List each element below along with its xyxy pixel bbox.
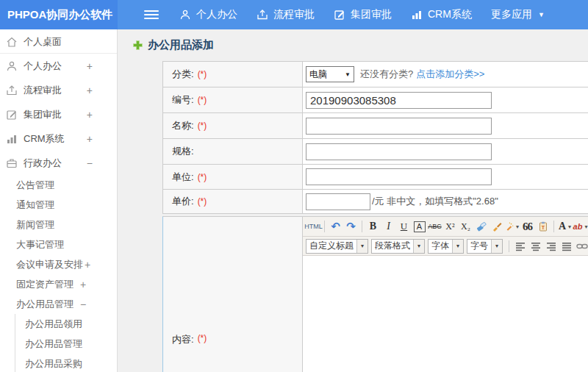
caret-down-icon: ▾ [452,240,463,253]
background-color-button[interactable]: ab ▾ [573,219,587,234]
required-mark: (*) [198,121,207,131]
required-mark: (*) [198,172,207,182]
editor-toolbar-row2: 自定义标题 ▾ 段落格式 ▾ 字体 ▾ 字号 ▾ [303,237,588,256]
expand-icon[interactable]: + [87,109,93,121]
bold-button[interactable]: B [366,219,380,234]
source-code-button[interactable]: HTML [306,219,320,234]
custom-title-select[interactable]: 自定义标题 ▾ [306,239,368,254]
number-input[interactable] [306,92,492,109]
autotypeset-button[interactable]: A [412,219,426,234]
price-suffix-hint: /元 非中文，如填写格式"2.68" [372,195,498,208]
caret-down-icon: ▾ [356,240,368,253]
category-select[interactable]: 电脑 ▼ [306,66,354,82]
price-label: 单价: (*) [163,190,303,213]
sidebar-item-memorabilia-mgmt[interactable]: 大事记管理 [0,235,117,254]
font-family-select[interactable]: 字体 ▾ [428,239,464,254]
sidebar-item-supplies-manage[interactable]: 办公用品管理 [15,334,117,354]
price-input[interactable] [306,193,370,210]
svg-text:T: T [541,225,545,230]
justify-button[interactable] [559,239,573,254]
align-center-button[interactable] [528,239,542,254]
editor-content-area[interactable] [303,256,588,372]
eraser-button[interactable] [474,219,488,234]
rich-text-editor: HTML ↶ ↷ B I U A ABC X² X₂ [303,217,588,372]
unit-input[interactable] [306,168,492,185]
collapse-icon[interactable]: − [87,157,93,169]
sidebar-item-announcement-mgmt[interactable]: 公告管理 [0,175,117,195]
sidebar-label: 大事记管理 [16,238,64,251]
required-mark: (*) [198,95,207,105]
format-brush-button[interactable] [490,219,503,234]
content-label: 内容: (*) [163,217,303,372]
align-right-icon [546,241,556,251]
nav-label: 更多应用 [491,8,532,21]
nav-group-approval[interactable]: 集团审批 [334,8,392,21]
sidebar-item-office-supplies-mgmt[interactable]: 办公用品管理 − [0,294,117,314]
top-navigation: 个人办公 流程审批 集团审批 CRM系统 更多应用 ▼ [179,8,564,21]
name-input[interactable] [306,118,492,135]
paragraph-format-select[interactable]: 段落格式 ▾ [371,239,425,254]
sidebar-item-fixed-assets-mgmt[interactable]: 固定资产管理 + [0,274,117,294]
nav-more-apps[interactable]: 更多应用 ▼ [491,8,545,21]
nav-label: 流程审批 [273,8,315,21]
align-left-button[interactable] [513,239,527,254]
sidebar-item-personal-desktop[interactable]: 个人桌面 [0,31,117,54]
italic-button[interactable]: I [381,219,395,234]
add-icon [133,40,143,50]
form-row-name: 名称: (*) [163,113,588,139]
nav-personal-office[interactable]: 个人办公 [179,8,237,21]
expand-icon[interactable]: + [87,60,93,72]
spec-input[interactable] [306,143,492,160]
align-right-button[interactable] [544,239,558,254]
auto-format-button[interactable]: ▾ [505,219,519,234]
sidebar-item-group-approval[interactable]: 集团审批 + [0,102,117,126]
sidebar-label: 办公用品领用 [25,318,82,331]
app-logo[interactable]: PHPOA协同办公软件 [0,0,118,29]
home-icon [6,36,18,48]
sidebar-item-notice-mgmt[interactable]: 通知管理 [0,195,117,215]
bar-chart-icon [411,9,423,21]
unit-label: 单位: (*) [163,165,303,189]
undo-button[interactable]: ↶ [329,219,343,234]
sidebar-label: 通知管理 [16,198,54,212]
collapse-icon[interactable]: − [80,298,86,310]
expand-icon[interactable]: + [87,133,93,145]
sidebar-item-news-mgmt[interactable]: 新闻管理 [0,215,117,235]
sidebar-label: 流程审批 [24,84,62,97]
blockquote-button[interactable]: 66 [520,219,534,234]
expand-icon[interactable]: + [87,85,93,96]
edit-icon [334,9,345,21]
font-size-select[interactable]: 字号 ▾ [467,239,503,254]
form-row-category: 分类: (*) 电脑 ▼ 还没有分类? 点击添加分类>> [163,62,588,87]
expand-icon[interactable]: + [85,259,90,271]
underline-button[interactable]: U [397,219,411,234]
sidebar-item-supplies-purchase[interactable]: 办公用品采购 [15,354,117,372]
strikethrough-button[interactable]: ABC [428,219,442,234]
nav-label: CRM系统 [428,8,472,21]
subscript-button[interactable]: X₂ [459,219,473,234]
sidebar-label: 固定资产管理 [16,278,74,291]
font-color-button[interactable]: A ▾ [558,219,572,234]
sidebar-item-supplies-claim[interactable]: 办公用品领用 [15,314,117,334]
sidebar-item-admin-office[interactable]: 行政办公 − [0,151,117,175]
page-title-text: 办公用品添加 [148,38,214,52]
hamburger-menu-icon[interactable] [144,8,159,21]
nav-workflow-approval[interactable]: 流程审批 [257,8,315,21]
nav-crm-system[interactable]: CRM系统 [411,8,472,21]
caret-down-icon: ▾ [516,223,519,230]
paste-button[interactable]: T [536,219,550,234]
superscript-button[interactable]: X² [443,219,457,234]
nav-label: 个人办公 [196,8,237,21]
sidebar-item-meeting-request[interactable]: 会议申请及安排 + [0,254,117,274]
add-category-link[interactable]: 点击添加分类>> [416,68,484,81]
sidebar-item-workflow-approval[interactable]: 流程审批 + [0,78,117,102]
sidebar-item-personal-office[interactable]: 个人办公 + [0,54,117,78]
redo-button[interactable]: ↷ [344,219,358,234]
sidebar-item-crm-system[interactable]: CRM系统 + [0,126,117,151]
form-row-spec: 规格: [163,139,588,165]
name-label: 名称: (*) [163,113,303,138]
expand-icon[interactable]: + [80,279,86,290]
page-title: 办公用品添加 [118,29,588,61]
toolbar-separator [362,221,362,232]
link-button[interactable] [575,239,588,254]
